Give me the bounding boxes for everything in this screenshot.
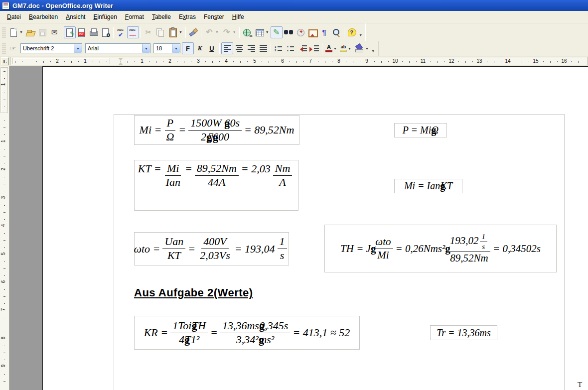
formula-frame-p[interactable]: P = MigΩ <box>394 123 447 137</box>
styles-window-button[interactable]: ☞ <box>7 42 19 54</box>
new-document-button[interactable]: ▼ <box>7 26 24 38</box>
gallery-button[interactable] <box>306 26 318 38</box>
writer-app-icon[interactable] <box>2 2 9 9</box>
formula-frame-kr[interactable]: KR = 1ToigTH4gT1² = 13,36msg0,345s3,34²g… <box>134 316 360 350</box>
align-left-button[interactable] <box>221 42 233 54</box>
ruler-number: 6 <box>281 58 284 64</box>
insert-table-button[interactable]: ▼ <box>253 26 271 38</box>
menu-item-ansicht[interactable]: Ansicht <box>62 12 89 22</box>
stray-text[interactable]: T <box>578 381 582 389</box>
menu-item-datei[interactable]: Datei <box>3 12 25 22</box>
menu-item-tabelle[interactable]: Tabelle <box>148 12 175 22</box>
background-color-button[interactable]: ▼ <box>353 42 370 54</box>
ruler-number: 16 <box>561 58 567 64</box>
toolbar-overflow-button[interactable]: ▼ <box>358 26 364 38</box>
highlighting-button[interactable]: ab▼ <box>338 42 353 54</box>
ruler-number: 1 <box>84 58 87 64</box>
toolbar-separator <box>113 27 114 38</box>
numbered-list-button[interactable] <box>273 42 285 54</box>
find-replace-button[interactable] <box>283 26 294 38</box>
bold-button[interactable]: F <box>182 42 194 54</box>
chevron-down-icon: ▼ <box>179 30 182 34</box>
redo-button[interactable]: ↷▼ <box>220 26 238 38</box>
toolbar-separator <box>344 27 344 38</box>
autospellcheck-button[interactable]: ABC <box>127 26 139 38</box>
print-button[interactable] <box>88 26 100 38</box>
formula-text: KR = <box>144 326 168 339</box>
menu-item-fenster[interactable]: Fenster <box>200 12 228 22</box>
printer-icon <box>89 27 99 37</box>
menu-item-extras[interactable]: Extras <box>175 12 200 22</box>
menu-item-format[interactable]: Format <box>121 12 148 22</box>
formatting-marks-button[interactable]: ¶ <box>318 26 330 38</box>
copy-icon <box>155 27 165 37</box>
formula-frame-mi-ian[interactable]: Mi = IangKT <box>394 179 462 193</box>
menu-item-hilfe[interactable]: Hilfe <box>228 12 248 22</box>
ruler-number: 2 <box>168 58 171 64</box>
chevron-down-icon[interactable]: ▼ <box>142 44 150 53</box>
zoom-button[interactable] <box>330 26 342 38</box>
paragraph-style-select[interactable]: Überschrift 2 ▼ <box>20 43 82 53</box>
cut-button[interactable]: ✂ <box>143 26 154 38</box>
fraction: 89,52Nm44A <box>195 162 239 188</box>
page-preview-button[interactable] <box>100 26 112 38</box>
draw-functions-button[interactable]: ✎ <box>271 26 283 38</box>
formula-text: ωto = <box>134 243 160 256</box>
chevron-down-icon: ▼ <box>348 47 351 50</box>
ruler-number: 4 <box>0 224 6 227</box>
underline-button[interactable]: U <box>206 42 218 54</box>
ruler-number: 8 <box>337 58 340 64</box>
menu-item-einfgen[interactable]: Einfügen <box>89 12 121 22</box>
ruler-number: 2 <box>0 168 6 171</box>
decrease-indent-button[interactable] <box>296 42 308 54</box>
edit-file-icon: ✎ <box>65 27 75 37</box>
font-size-select[interactable]: 18 ▼ <box>153 43 180 53</box>
section-heading[interactable]: Aus Aufgabe 2(Werte) <box>134 286 253 299</box>
align-justify-button[interactable] <box>257 42 269 54</box>
align-right-button[interactable] <box>245 42 257 54</box>
toolbar-separator <box>219 43 220 54</box>
italic-button[interactable]: K <box>194 42 206 54</box>
menu-item-bearbeiten[interactable]: Bearbeiten <box>25 12 62 22</box>
save-button[interactable] <box>36 26 48 38</box>
help-button[interactable]: ? <box>346 26 358 38</box>
formula-frame-mi[interactable]: Mi = PΩ = 1500W g60s2g▯g600 = 89,52Nm <box>134 115 299 145</box>
formula-frame-wto[interactable]: ωto = UanKT = 400V2,03Vs = 193,04 1s <box>134 232 289 265</box>
navigator-button[interactable] <box>294 26 306 38</box>
paste-button[interactable]: ▼ <box>166 26 184 38</box>
align-justify-icon <box>260 45 267 52</box>
align-center-button[interactable] <box>233 42 245 54</box>
chevron-down-icon: ▼ <box>266 30 269 34</box>
formula-frame-tr[interactable]: Tr = 13,36ms <box>430 325 497 340</box>
bullet-list-button[interactable] <box>285 42 296 54</box>
vertical-ruler[interactable]: 1123456789 <box>0 66 9 390</box>
toolbar-grip[interactable] <box>2 27 5 38</box>
formula-text: P = MigΩ <box>403 125 439 136</box>
chevron-down-icon[interactable]: ▼ <box>74 44 82 53</box>
spellcheck-button[interactable]: ABC <box>115 26 127 38</box>
chevron-down-icon[interactable]: ▼ <box>172 44 180 53</box>
formula-text: = <box>188 243 195 256</box>
export-pdf-button[interactable]: PDF <box>76 26 88 38</box>
undo-button[interactable]: ↶▼ <box>203 26 220 38</box>
document-page[interactable]: Mi = PΩ = 1500W g60s2g▯g600 = 89,52Nm P … <box>42 66 588 390</box>
toolbar-grip[interactable] <box>2 43 5 54</box>
ruler-number: 15 <box>533 58 538 64</box>
formula-frame-th[interactable]: TH = Jg ωtoMi = 0,26Nms²g 193,021s 89,52… <box>324 225 557 272</box>
hyperlink-button[interactable] <box>241 26 253 38</box>
formula-frame-kt[interactable]: KT = MiIan = 89,52Nm44A = 2,03 NmA <box>134 160 298 211</box>
font-name-select[interactable]: Arial ▼ <box>85 43 150 53</box>
format-paintbrush-button[interactable] <box>187 26 199 38</box>
title-bar[interactable]: GM7.doc - OpenOffice.org Writer <box>0 0 588 11</box>
formula-text: = 0,34502s <box>493 243 541 255</box>
horizontal-ruler-scale[interactable]: 2112345678910111213141516 <box>10 57 588 65</box>
tab-stop-selector[interactable]: L <box>1 57 9 65</box>
edit-file-button[interactable]: ✎ <box>64 26 76 38</box>
font-color-button[interactable]: A▼ <box>324 42 338 54</box>
toolbar-overflow-button[interactable]: ▼ <box>370 42 376 54</box>
email-button[interactable]: ✉ <box>48 26 60 38</box>
increase-indent-button[interactable] <box>308 42 320 54</box>
copy-button[interactable] <box>154 26 166 38</box>
open-button[interactable] <box>24 26 36 38</box>
horizontal-ruler[interactable]: L 2112345678910111213141516 <box>0 56 588 66</box>
